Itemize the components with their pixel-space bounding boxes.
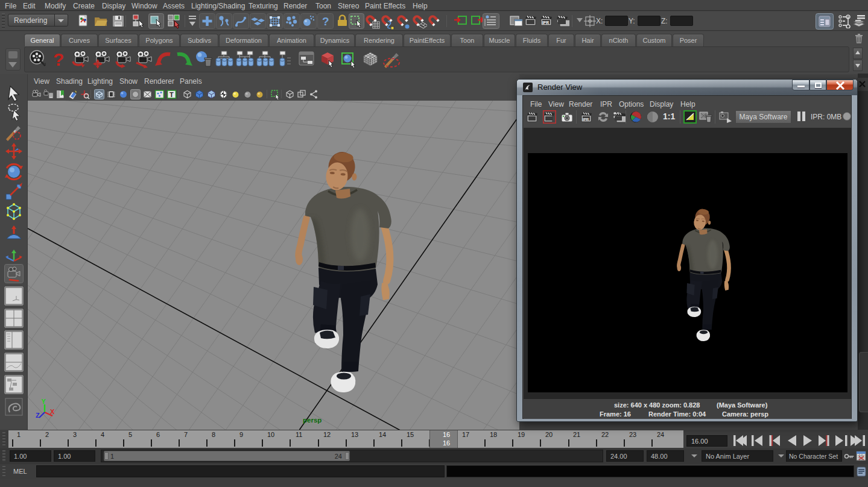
svg-text:IPR: IPR bbox=[542, 20, 549, 25]
svg-text:?: ? bbox=[53, 49, 64, 69]
svg-text:Y: Y bbox=[42, 398, 46, 405]
svg-text:IPR: IPR bbox=[583, 118, 589, 121]
svg-text:X: X bbox=[50, 408, 55, 415]
svg-text:?: ? bbox=[322, 15, 329, 28]
svg-text:persp: persp bbox=[303, 416, 322, 424]
svg-text:T: T bbox=[169, 91, 174, 98]
svg-text:Z: Z bbox=[36, 412, 40, 419]
